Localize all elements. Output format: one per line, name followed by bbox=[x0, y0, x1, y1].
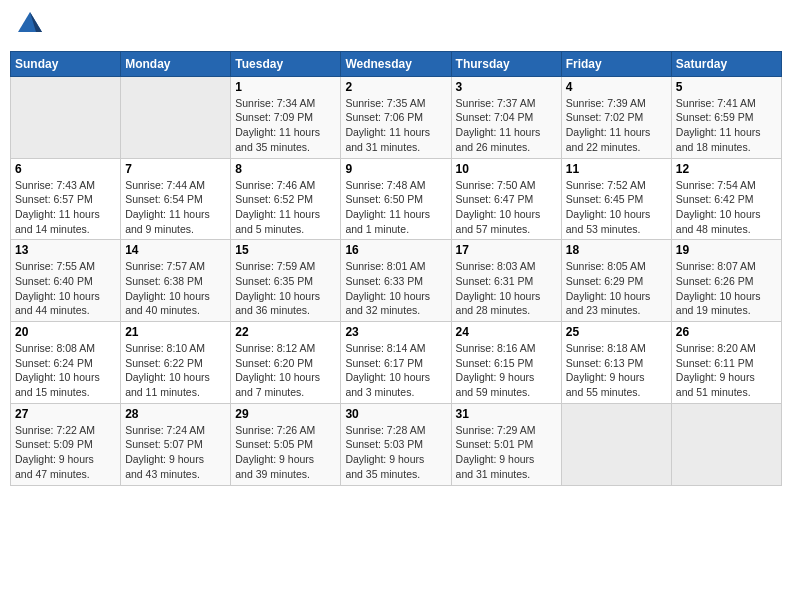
calendar-cell: 6Sunrise: 7:43 AM Sunset: 6:57 PM Daylig… bbox=[11, 158, 121, 240]
week-row: 6Sunrise: 7:43 AM Sunset: 6:57 PM Daylig… bbox=[11, 158, 782, 240]
day-info: Sunrise: 7:55 AM Sunset: 6:40 PM Dayligh… bbox=[15, 259, 116, 318]
calendar-cell: 2Sunrise: 7:35 AM Sunset: 7:06 PM Daylig… bbox=[341, 76, 451, 158]
calendar-cell: 3Sunrise: 7:37 AM Sunset: 7:04 PM Daylig… bbox=[451, 76, 561, 158]
day-number: 9 bbox=[345, 162, 446, 176]
calendar-cell: 20Sunrise: 8:08 AM Sunset: 6:24 PM Dayli… bbox=[11, 322, 121, 404]
day-number: 10 bbox=[456, 162, 557, 176]
calendar-cell: 10Sunrise: 7:50 AM Sunset: 6:47 PM Dayli… bbox=[451, 158, 561, 240]
calendar-cell bbox=[121, 76, 231, 158]
day-number: 12 bbox=[676, 162, 777, 176]
day-number: 25 bbox=[566, 325, 667, 339]
day-info: Sunrise: 7:22 AM Sunset: 5:09 PM Dayligh… bbox=[15, 423, 116, 482]
day-info: Sunrise: 7:59 AM Sunset: 6:35 PM Dayligh… bbox=[235, 259, 336, 318]
calendar-cell: 30Sunrise: 7:28 AM Sunset: 5:03 PM Dayli… bbox=[341, 403, 451, 485]
calendar-cell: 17Sunrise: 8:03 AM Sunset: 6:31 PM Dayli… bbox=[451, 240, 561, 322]
day-number: 6 bbox=[15, 162, 116, 176]
day-info: Sunrise: 8:20 AM Sunset: 6:11 PM Dayligh… bbox=[676, 341, 777, 400]
calendar-cell: 15Sunrise: 7:59 AM Sunset: 6:35 PM Dayli… bbox=[231, 240, 341, 322]
day-info: Sunrise: 7:41 AM Sunset: 6:59 PM Dayligh… bbox=[676, 96, 777, 155]
calendar-cell: 14Sunrise: 7:57 AM Sunset: 6:38 PM Dayli… bbox=[121, 240, 231, 322]
day-number: 4 bbox=[566, 80, 667, 94]
day-info: Sunrise: 7:34 AM Sunset: 7:09 PM Dayligh… bbox=[235, 96, 336, 155]
day-number: 7 bbox=[125, 162, 226, 176]
day-info: Sunrise: 8:16 AM Sunset: 6:15 PM Dayligh… bbox=[456, 341, 557, 400]
day-info: Sunrise: 8:03 AM Sunset: 6:31 PM Dayligh… bbox=[456, 259, 557, 318]
calendar-cell: 7Sunrise: 7:44 AM Sunset: 6:54 PM Daylig… bbox=[121, 158, 231, 240]
day-info: Sunrise: 8:12 AM Sunset: 6:20 PM Dayligh… bbox=[235, 341, 336, 400]
day-info: Sunrise: 8:14 AM Sunset: 6:17 PM Dayligh… bbox=[345, 341, 446, 400]
day-info: Sunrise: 7:28 AM Sunset: 5:03 PM Dayligh… bbox=[345, 423, 446, 482]
calendar-cell: 23Sunrise: 8:14 AM Sunset: 6:17 PM Dayli… bbox=[341, 322, 451, 404]
weekday-saturday: Saturday bbox=[671, 51, 781, 76]
day-info: Sunrise: 7:35 AM Sunset: 7:06 PM Dayligh… bbox=[345, 96, 446, 155]
day-info: Sunrise: 7:48 AM Sunset: 6:50 PM Dayligh… bbox=[345, 178, 446, 237]
day-number: 27 bbox=[15, 407, 116, 421]
day-number: 18 bbox=[566, 243, 667, 257]
calendar-cell: 5Sunrise: 7:41 AM Sunset: 6:59 PM Daylig… bbox=[671, 76, 781, 158]
calendar-body: 1Sunrise: 7:34 AM Sunset: 7:09 PM Daylig… bbox=[11, 76, 782, 485]
calendar-cell: 25Sunrise: 8:18 AM Sunset: 6:13 PM Dayli… bbox=[561, 322, 671, 404]
day-info: Sunrise: 7:46 AM Sunset: 6:52 PM Dayligh… bbox=[235, 178, 336, 237]
day-number: 23 bbox=[345, 325, 446, 339]
calendar-cell bbox=[11, 76, 121, 158]
weekday-friday: Friday bbox=[561, 51, 671, 76]
day-info: Sunrise: 8:01 AM Sunset: 6:33 PM Dayligh… bbox=[345, 259, 446, 318]
day-number: 15 bbox=[235, 243, 336, 257]
calendar-table: SundayMondayTuesdayWednesdayThursdayFrid… bbox=[10, 51, 782, 486]
day-number: 30 bbox=[345, 407, 446, 421]
day-info: Sunrise: 8:07 AM Sunset: 6:26 PM Dayligh… bbox=[676, 259, 777, 318]
calendar-cell: 11Sunrise: 7:52 AM Sunset: 6:45 PM Dayli… bbox=[561, 158, 671, 240]
weekday-thursday: Thursday bbox=[451, 51, 561, 76]
calendar-cell: 8Sunrise: 7:46 AM Sunset: 6:52 PM Daylig… bbox=[231, 158, 341, 240]
calendar-cell: 26Sunrise: 8:20 AM Sunset: 6:11 PM Dayli… bbox=[671, 322, 781, 404]
day-info: Sunrise: 7:29 AM Sunset: 5:01 PM Dayligh… bbox=[456, 423, 557, 482]
day-info: Sunrise: 7:52 AM Sunset: 6:45 PM Dayligh… bbox=[566, 178, 667, 237]
calendar-cell: 28Sunrise: 7:24 AM Sunset: 5:07 PM Dayli… bbox=[121, 403, 231, 485]
calendar-cell bbox=[561, 403, 671, 485]
day-info: Sunrise: 7:24 AM Sunset: 5:07 PM Dayligh… bbox=[125, 423, 226, 482]
weekday-monday: Monday bbox=[121, 51, 231, 76]
calendar-cell: 24Sunrise: 8:16 AM Sunset: 6:15 PM Dayli… bbox=[451, 322, 561, 404]
calendar-cell: 4Sunrise: 7:39 AM Sunset: 7:02 PM Daylig… bbox=[561, 76, 671, 158]
day-number: 13 bbox=[15, 243, 116, 257]
day-number: 14 bbox=[125, 243, 226, 257]
weekday-row: SundayMondayTuesdayWednesdayThursdayFrid… bbox=[11, 51, 782, 76]
day-number: 17 bbox=[456, 243, 557, 257]
calendar-cell: 22Sunrise: 8:12 AM Sunset: 6:20 PM Dayli… bbox=[231, 322, 341, 404]
day-number: 20 bbox=[15, 325, 116, 339]
day-number: 3 bbox=[456, 80, 557, 94]
day-info: Sunrise: 7:54 AM Sunset: 6:42 PM Dayligh… bbox=[676, 178, 777, 237]
calendar-cell: 31Sunrise: 7:29 AM Sunset: 5:01 PM Dayli… bbox=[451, 403, 561, 485]
calendar-cell: 16Sunrise: 8:01 AM Sunset: 6:33 PM Dayli… bbox=[341, 240, 451, 322]
calendar-cell: 18Sunrise: 8:05 AM Sunset: 6:29 PM Dayli… bbox=[561, 240, 671, 322]
weekday-tuesday: Tuesday bbox=[231, 51, 341, 76]
day-info: Sunrise: 7:37 AM Sunset: 7:04 PM Dayligh… bbox=[456, 96, 557, 155]
day-info: Sunrise: 8:10 AM Sunset: 6:22 PM Dayligh… bbox=[125, 341, 226, 400]
day-number: 31 bbox=[456, 407, 557, 421]
logo bbox=[14, 10, 44, 43]
day-info: Sunrise: 7:39 AM Sunset: 7:02 PM Dayligh… bbox=[566, 96, 667, 155]
day-number: 29 bbox=[235, 407, 336, 421]
day-info: Sunrise: 7:43 AM Sunset: 6:57 PM Dayligh… bbox=[15, 178, 116, 237]
calendar-cell: 19Sunrise: 8:07 AM Sunset: 6:26 PM Dayli… bbox=[671, 240, 781, 322]
weekday-wednesday: Wednesday bbox=[341, 51, 451, 76]
calendar-cell: 12Sunrise: 7:54 AM Sunset: 6:42 PM Dayli… bbox=[671, 158, 781, 240]
day-number: 2 bbox=[345, 80, 446, 94]
page-header bbox=[10, 10, 782, 43]
day-number: 8 bbox=[235, 162, 336, 176]
week-row: 27Sunrise: 7:22 AM Sunset: 5:09 PM Dayli… bbox=[11, 403, 782, 485]
week-row: 13Sunrise: 7:55 AM Sunset: 6:40 PM Dayli… bbox=[11, 240, 782, 322]
day-info: Sunrise: 7:50 AM Sunset: 6:47 PM Dayligh… bbox=[456, 178, 557, 237]
day-info: Sunrise: 7:26 AM Sunset: 5:05 PM Dayligh… bbox=[235, 423, 336, 482]
calendar-cell: 21Sunrise: 8:10 AM Sunset: 6:22 PM Dayli… bbox=[121, 322, 231, 404]
calendar-header: SundayMondayTuesdayWednesdayThursdayFrid… bbox=[11, 51, 782, 76]
weekday-sunday: Sunday bbox=[11, 51, 121, 76]
calendar-cell: 29Sunrise: 7:26 AM Sunset: 5:05 PM Dayli… bbox=[231, 403, 341, 485]
calendar-cell: 1Sunrise: 7:34 AM Sunset: 7:09 PM Daylig… bbox=[231, 76, 341, 158]
week-row: 20Sunrise: 8:08 AM Sunset: 6:24 PM Dayli… bbox=[11, 322, 782, 404]
calendar-cell: 27Sunrise: 7:22 AM Sunset: 5:09 PM Dayli… bbox=[11, 403, 121, 485]
day-number: 5 bbox=[676, 80, 777, 94]
day-info: Sunrise: 8:05 AM Sunset: 6:29 PM Dayligh… bbox=[566, 259, 667, 318]
calendar-cell: 13Sunrise: 7:55 AM Sunset: 6:40 PM Dayli… bbox=[11, 240, 121, 322]
day-number: 19 bbox=[676, 243, 777, 257]
